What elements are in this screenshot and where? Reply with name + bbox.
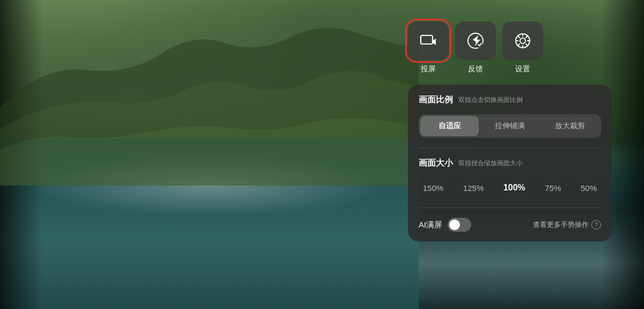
ratio-btn-crop[interactable]: 放大裁剪 <box>541 116 599 136</box>
feedback-button[interactable]: 反馈 <box>455 21 496 74</box>
aspect-ratio-hint: 双指点击切换画面比例 <box>458 95 523 105</box>
size-buttons-group: 150% 125% 100% 75% 50% <box>419 178 601 198</box>
svg-line-11 <box>526 44 528 46</box>
aspect-ratio-header: 画面比例 双指点击切换画面比例 <box>419 94 601 106</box>
cast-label: 投屏 <box>421 64 436 74</box>
gesture-link[interactable]: 查看更多手势操作 ? <box>533 220 601 230</box>
image-size-title: 画面大小 <box>419 158 453 169</box>
size-btn-75[interactable]: 75% <box>540 180 565 196</box>
bottom-row: AI满屏 查看更多手势操作 ? <box>419 218 601 232</box>
image-size-header: 画面大小 双指捏合缩放画面大小 <box>419 158 601 169</box>
settings-label: 设置 <box>515 64 530 74</box>
feedback-label: 反馈 <box>468 64 483 74</box>
ai-fullscreen-toggle[interactable] <box>448 218 471 232</box>
feedback-icon <box>466 31 485 50</box>
ratio-btn-stretch[interactable]: 拉伸铺满 <box>480 116 539 136</box>
control-panel: 投屏 反馈 <box>408 21 612 241</box>
size-btn-150[interactable]: 150% <box>419 180 448 196</box>
ratio-buttons-group: 自适应 拉伸铺满 放大裁剪 <box>419 114 601 138</box>
gesture-link-label: 查看更多手势操作 <box>533 220 589 230</box>
mountain-silhouette <box>0 0 419 186</box>
top-icon-row: 投屏 反馈 <box>408 21 612 74</box>
section-divider-2 <box>419 208 601 208</box>
cast-icon-box <box>408 21 449 60</box>
image-size-hint: 双指捏合缩放画面大小 <box>458 159 523 168</box>
help-icon: ? <box>591 220 601 230</box>
size-btn-100[interactable]: 100% <box>499 180 530 196</box>
cast-button[interactable]: 投屏 <box>408 21 449 74</box>
cast-icon <box>419 31 438 50</box>
settings-panel: 画面比例 双指点击切换画面比例 自适应 拉伸铺满 放大裁剪 画面大小 双指捏合缩… <box>408 85 612 241</box>
svg-point-5 <box>520 38 525 43</box>
svg-line-10 <box>518 36 519 38</box>
ai-fullscreen-row: AI满屏 <box>419 218 471 232</box>
settings-button[interactable]: 设置 <box>502 21 543 74</box>
size-btn-50[interactable]: 50% <box>576 180 601 196</box>
ratio-btn-fit[interactable]: 自适应 <box>420 116 479 136</box>
svg-line-12 <box>526 36 528 38</box>
size-btn-125[interactable]: 125% <box>459 180 488 196</box>
toggle-knob <box>449 219 460 230</box>
settings-icon <box>514 32 532 50</box>
aspect-ratio-title: 画面比例 <box>419 94 453 106</box>
ai-fullscreen-label: AI满屏 <box>419 220 442 230</box>
settings-icon-box <box>502 21 543 60</box>
svg-rect-0 <box>421 35 433 44</box>
section-divider <box>419 148 601 148</box>
svg-line-13 <box>518 44 519 46</box>
feedback-icon-box <box>455 21 496 60</box>
